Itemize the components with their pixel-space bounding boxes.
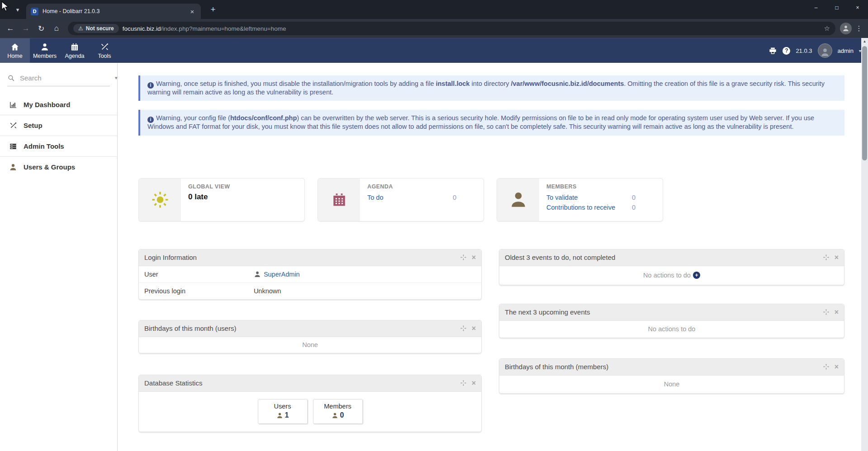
home-icon [10, 42, 19, 52]
previous-login-row: Previous login Unknown [139, 282, 481, 299]
print-icon[interactable] [768, 47, 777, 55]
warning-install-lock: iWarning, once setup is finished, you mu… [138, 75, 844, 101]
browser-tab-strip: ▾ D Home - Dolibarr 21.0.3 × + – □ × [0, 0, 868, 19]
user-avatar[interactable] [818, 43, 832, 58]
url-domain: focusnic.biz.id [123, 25, 161, 32]
contributions-link[interactable]: Contributions to receive [546, 204, 615, 211]
url-text: focusnic.biz.id/index.php?mainmenu=home&… [123, 25, 286, 32]
help-icon[interactable]: ? [783, 47, 790, 55]
bookmark-star-icon[interactable]: ☆ [824, 24, 830, 33]
move-icon[interactable] [460, 380, 467, 386]
menu-item-home[interactable]: Home [0, 38, 30, 63]
stat-tile-members[interactable]: Members 0 [313, 399, 363, 424]
close-icon[interactable]: × [835, 363, 839, 371]
user-avatar-icon [254, 271, 261, 278]
browser-toolbar: ← → ↻ ⌂ ⚠Not secure focusnic.biz.id/inde… [0, 19, 868, 38]
todo-count: 0 [453, 194, 456, 201]
scroll-up-arrow-icon[interactable]: ▲ [861, 38, 868, 45]
user-icon [9, 163, 17, 171]
to-validate-link[interactable]: To validate [546, 194, 578, 201]
previous-login-value: Unknown [254, 287, 281, 295]
box-database-statistics: Database Statistics × Users 1 [138, 375, 482, 432]
tab-search-button[interactable]: ▾ [12, 4, 24, 15]
search-dropdown-caret-icon[interactable]: ▾ [115, 75, 118, 81]
username-label[interactable]: admin [838, 47, 854, 54]
move-icon[interactable] [823, 309, 830, 315]
browser-menu-icon[interactable]: ⋮ [854, 24, 864, 33]
new-tab-button[interactable]: + [207, 4, 219, 15]
close-icon[interactable]: × [472, 380, 476, 387]
box-oldest-events: Oldest 3 events to do, not completed × N… [499, 249, 844, 285]
box-title: The next 3 upcoming events [505, 308, 590, 316]
scrollbar-thumb[interactable] [862, 46, 867, 160]
stats-tiles: Users 1 Members 0 [139, 392, 481, 432]
browser-profile-avatar[interactable] [840, 23, 852, 34]
add-action-icon[interactable]: + [693, 272, 700, 279]
box-title: Login Information [144, 254, 197, 261]
kpi-cards-row: GLOBAL VIEW 0 late AGENDA To do 0 [138, 178, 851, 221]
empty-message: No actions to do [499, 321, 844, 338]
sidebar-item-setup[interactable]: Setup [0, 115, 117, 136]
sidebar-item-users-groups[interactable]: Users & Groups [0, 156, 117, 177]
box-title: Database Statistics [144, 379, 202, 387]
stat-tile-users[interactable]: Users 1 [258, 399, 308, 424]
tab-close-icon[interactable]: × [188, 7, 196, 15]
info-icon: i [147, 82, 154, 89]
calendar-icon [70, 42, 79, 52]
widget-columns: Login Information × User SuperAdmin Prev… [138, 249, 851, 432]
page-body: ▾ My Dashboard Setup Admin Tools Users [0, 63, 868, 451]
sidebar-item-my-dashboard[interactable]: My Dashboard [0, 94, 117, 115]
browser-home-button[interactable]: ⌂ [50, 22, 63, 35]
move-icon[interactable] [460, 254, 467, 261]
back-button[interactable]: ← [4, 22, 17, 35]
move-icon[interactable] [460, 325, 467, 332]
move-icon[interactable] [823, 363, 830, 370]
menu-item-agenda[interactable]: Agenda [60, 38, 90, 63]
window-close-button[interactable]: × [847, 0, 868, 15]
member-icon [509, 190, 528, 209]
window-controls: – □ × [806, 0, 868, 15]
address-bar[interactable]: ⚠Not secure focusnic.biz.id/index.php?ma… [68, 22, 835, 35]
todo-link[interactable]: To do [367, 194, 383, 201]
browser-tab[interactable]: D Home - Dolibarr 21.0.3 × [26, 4, 201, 19]
warning-icon: ⚠ [78, 25, 83, 32]
card-members: MEMBERS To validate 0 Contributions to r… [497, 178, 663, 221]
window-minimize-button[interactable]: – [806, 0, 826, 15]
left-column: Login Information × User SuperAdmin Prev… [138, 249, 482, 432]
card-icon-panel [318, 179, 360, 221]
empty-message: No actions to do + [499, 266, 844, 285]
chevron-down-icon: ▾ [16, 6, 19, 13]
close-icon[interactable]: × [472, 254, 476, 261]
sidebar-item-admin-tools[interactable]: Admin Tools [0, 136, 117, 156]
close-icon[interactable]: × [835, 309, 839, 316]
superadmin-link[interactable]: SuperAdmin [264, 271, 300, 278]
page-scrollbar[interactable]: ▲ [861, 38, 868, 451]
search-input[interactable] [19, 74, 111, 82]
search-icon [7, 74, 15, 82]
agenda-todo-row: To do 0 [367, 193, 476, 202]
card-title: AGENDA [367, 183, 476, 190]
main-menu: Home Members Agenda Tools [0, 38, 119, 63]
close-icon[interactable]: × [472, 325, 476, 332]
close-icon[interactable]: × [835, 254, 839, 261]
not-secure-label: Not secure [86, 25, 114, 32]
calendar-icon [331, 192, 347, 208]
menu-item-tools[interactable]: Tools [90, 38, 119, 63]
row-label: User [144, 271, 254, 278]
reload-button[interactable]: ↻ [34, 22, 48, 35]
dolibarr-favicon: D [31, 8, 38, 15]
empty-message: None [139, 337, 481, 353]
forward-button[interactable]: → [19, 22, 33, 35]
screen: ▾ D Home - Dolibarr 21.0.3 × + – □ × ← →… [0, 0, 868, 451]
window-maximize-button[interactable]: □ [826, 0, 847, 15]
menu-item-members[interactable]: Members [30, 38, 60, 63]
sidebar-menu: My Dashboard Setup Admin Tools Users & G… [0, 94, 117, 177]
version-label: 21.0.3 [796, 47, 812, 54]
right-column: Oldest 3 events to do, not completed × N… [499, 249, 844, 394]
not-secure-badge[interactable]: ⚠Not secure [73, 24, 119, 33]
card-title: MEMBERS [546, 183, 655, 190]
person-icon [820, 47, 830, 57]
members-validate-row: To validate 0 [546, 193, 655, 202]
move-icon[interactable] [823, 254, 830, 261]
card-agenda: AGENDA To do 0 [318, 178, 484, 221]
